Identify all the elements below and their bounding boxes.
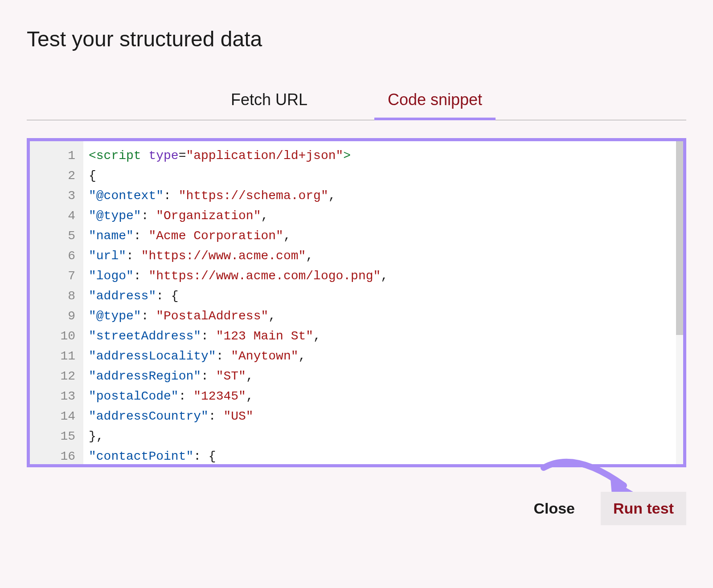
code-line: "@type": "PostalAddress", — [89, 306, 671, 326]
code-line: "address": { — [89, 286, 671, 306]
page-title: Test your structured data — [27, 27, 686, 51]
code-line: "name": "Acme Corporation", — [89, 226, 671, 246]
dialog-actions: Close Run test — [27, 492, 686, 525]
line-number: 8 — [30, 286, 78, 306]
code-line: "logo": "https://www.acme.com/logo.png", — [89, 266, 671, 286]
code-line: "addressRegion": "ST", — [89, 366, 671, 386]
code-line: "@type": "Organization", — [89, 206, 671, 226]
code-line: "postalCode": "12345", — [89, 386, 671, 406]
line-number: 11 — [30, 346, 78, 366]
code-line: }, — [89, 426, 671, 446]
tab-code-snippet[interactable]: Code snippet — [374, 82, 496, 120]
line-number: 12 — [30, 366, 78, 386]
tabs: Fetch URL Code snippet — [27, 82, 686, 120]
line-number: 6 — [30, 246, 78, 266]
code-line: "addressLocality": "Anytown", — [89, 346, 671, 366]
line-number: 14 — [30, 406, 78, 426]
line-number: 10 — [30, 326, 78, 346]
code-line: "streetAddress": "123 Main St", — [89, 326, 671, 346]
line-number: 9 — [30, 306, 78, 326]
code-line: "url": "https://www.acme.com", — [89, 246, 671, 266]
code-line: { — [89, 166, 671, 186]
code-line: "@context": "https://schema.org", — [89, 186, 671, 206]
line-number: 4 — [30, 206, 78, 226]
close-button[interactable]: Close — [521, 492, 587, 525]
code-content[interactable]: <script type="application/ld+json">{"@co… — [83, 141, 676, 464]
line-number: 2 — [30, 166, 78, 186]
line-number: 16 — [30, 446, 78, 464]
line-number-gutter: 12345678910111213141516 — [30, 141, 83, 464]
code-line: "addressCountry": "US" — [89, 406, 671, 426]
line-number: 7 — [30, 266, 78, 286]
scrollbar-thumb[interactable] — [676, 141, 683, 335]
tab-fetch-url[interactable]: Fetch URL — [217, 82, 321, 120]
line-number: 1 — [30, 146, 78, 166]
code-line: "contactPoint": { — [89, 446, 671, 464]
scrollbar-vertical[interactable] — [676, 141, 683, 464]
line-number: 5 — [30, 226, 78, 246]
line-number: 15 — [30, 426, 78, 446]
line-number: 13 — [30, 386, 78, 406]
line-number: 3 — [30, 186, 78, 206]
code-line: <script type="application/ld+json"> — [89, 146, 671, 166]
run-test-button[interactable]: Run test — [601, 492, 686, 525]
code-editor[interactable]: 12345678910111213141516 <script type="ap… — [27, 138, 686, 467]
